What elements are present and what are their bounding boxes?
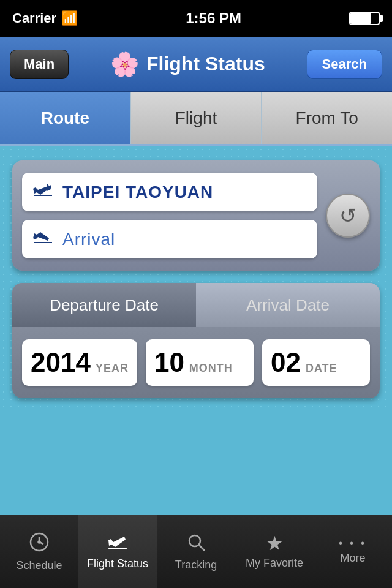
header-title: Flight Status [146,53,265,75]
date-field[interactable]: 02 DATE [262,339,370,386]
svg-point-5 [189,535,200,546]
departure-airport-text: TAIPEI TAOYUAN [62,183,213,202]
status-time: 1:56 PM [186,10,241,27]
flight-status-label: Flight Status [87,557,148,570]
more-icon: • • • [339,538,367,548]
favorite-icon: ★ [266,533,284,553]
schedule-label: Schedule [16,559,62,572]
flower-icon: 🌸 [110,51,139,78]
tab-tracking[interactable]: Tracking [157,515,235,588]
status-bar: Carrier 📶 1:56 PM [0,0,392,37]
year-field[interactable]: 2014 YEAR [22,339,137,386]
tab-flight-status[interactable]: Flight Status [78,515,157,588]
arrival-plane-icon [33,228,53,250]
date-label: DATE [306,362,337,375]
main-button[interactable]: Main [10,50,69,79]
tab-my-favorite[interactable]: ★ My Favorite [235,515,314,588]
month-label: MONTH [189,362,233,375]
arrival-airport-text: Arrival [62,230,115,249]
date-tab-bar: Departure Date Arrival Date [12,283,380,327]
swap-icon: ↺ [339,203,356,228]
carrier-label: Carrier [12,10,56,26]
airport-section: TAIPEI TAOYUAN Arrival ↺ [12,160,380,271]
year-value: 2014 [31,349,91,376]
tab-fromto[interactable]: From To [262,92,392,144]
arrival-field[interactable]: Arrival [22,220,317,258]
wifi-icon: 📶 [61,10,78,26]
svg-line-6 [199,545,205,551]
date-value: 02 [271,349,301,376]
departure-field[interactable]: TAIPEI TAOYUAN [22,173,317,211]
year-label: YEAR [96,362,129,375]
tab-flight[interactable]: Flight [131,92,262,144]
date-section: Departure Date Arrival Date 2014 YEAR 10… [12,283,380,398]
battery-indicator [349,12,380,25]
tab-more[interactable]: • • • More [314,515,392,588]
month-field[interactable]: 10 MONTH [146,339,254,386]
more-label: More [340,552,365,565]
search-button[interactable]: Search [307,50,382,79]
departure-plane-icon [33,181,53,203]
top-tab-bar: Route Flight From To [0,92,392,146]
header: Main 🌸 Flight Status Search [0,37,392,92]
schedule-icon [29,532,50,556]
arrival-date-tab[interactable]: Arrival Date [196,283,380,327]
main-content: TAIPEI TAOYUAN Arrival ↺ Departure Date [0,146,392,413]
month-value: 10 [154,349,184,376]
bottom-tab-bar: Schedule Flight Status Tracking ★ My Fav… [0,514,392,588]
header-title-group: 🌸 Flight Status [110,51,265,78]
tracking-icon [186,532,206,555]
swap-button[interactable]: ↺ [326,194,370,238]
svg-rect-4 [108,548,127,549]
tab-schedule[interactable]: Schedule [0,515,78,588]
svg-point-3 [39,541,40,543]
departure-date-tab[interactable]: Departure Date [12,283,196,327]
airport-fields: TAIPEI TAOYUAN Arrival [22,173,317,258]
tracking-label: Tracking [175,559,217,571]
favorite-label: My Favorite [246,557,303,570]
date-fields: 2014 YEAR 10 MONTH 02 DATE [12,327,380,398]
flight-status-icon [107,533,128,554]
tab-route[interactable]: Route [0,92,131,144]
